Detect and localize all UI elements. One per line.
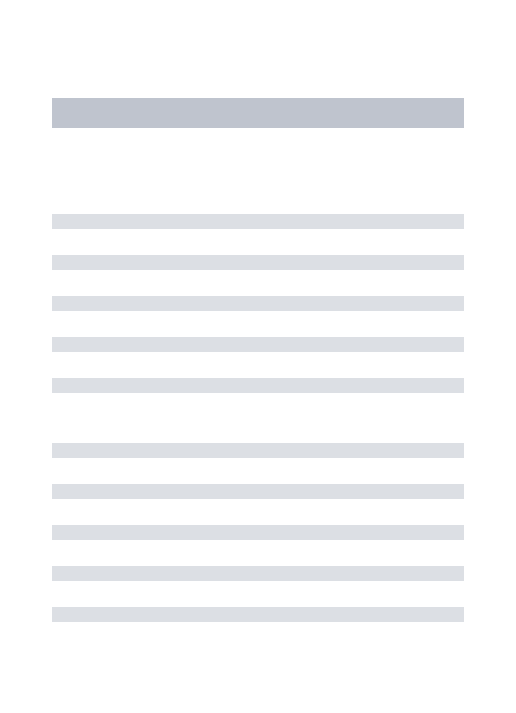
- skeleton-line: [52, 484, 464, 499]
- skeleton-line: [52, 443, 464, 458]
- skeleton-line: [52, 566, 464, 581]
- skeleton-container: [0, 0, 516, 622]
- skeleton-line: [52, 525, 464, 540]
- skeleton-line: [52, 214, 464, 229]
- skeleton-title-bar: [52, 98, 464, 128]
- skeleton-line: [52, 296, 464, 311]
- skeleton-line: [52, 607, 464, 622]
- skeleton-section-1: [52, 214, 464, 393]
- skeleton-line: [52, 378, 464, 393]
- skeleton-line: [52, 255, 464, 270]
- skeleton-section-2: [52, 443, 464, 622]
- skeleton-line: [52, 337, 464, 352]
